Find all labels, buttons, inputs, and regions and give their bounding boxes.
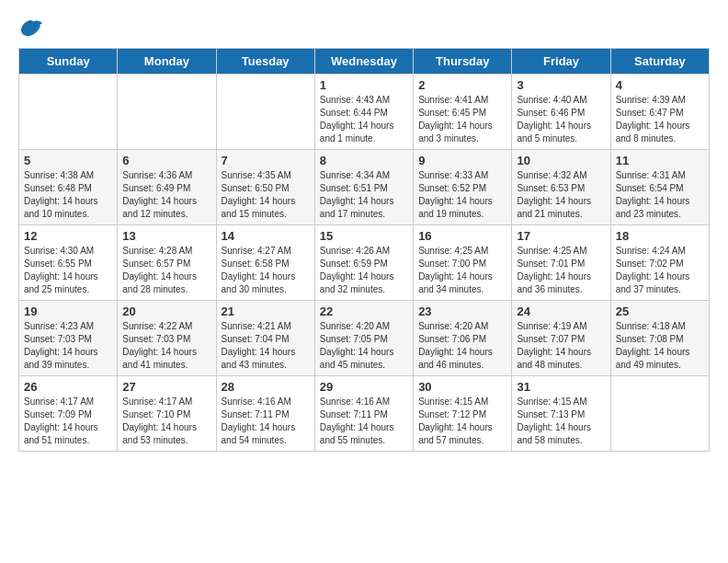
- day-number: 28: [222, 380, 310, 394]
- day-number: 23: [418, 304, 506, 318]
- day-info: Sunrise: 4:19 AM Sunset: 7:07 PM Dayligh…: [517, 320, 605, 372]
- day-info: Sunrise: 4:18 AM Sunset: 7:08 PM Dayligh…: [616, 320, 704, 372]
- calendar-cell: 13Sunrise: 4:28 AM Sunset: 6:57 PM Dayli…: [118, 225, 216, 301]
- logo: [18, 18, 48, 39]
- day-number: 25: [616, 304, 704, 318]
- day-info: Sunrise: 4:31 AM Sunset: 6:54 PM Dayligh…: [616, 169, 704, 221]
- day-number: 6: [122, 154, 210, 167]
- calendar-cell: 31Sunrise: 4:15 AM Sunset: 7:13 PM Dayli…: [512, 376, 610, 452]
- day-info: Sunrise: 4:20 AM Sunset: 7:06 PM Dayligh…: [418, 320, 506, 372]
- day-of-week-header: Sunday: [19, 49, 118, 75]
- day-number: 29: [320, 380, 408, 394]
- day-number: 8: [320, 154, 408, 167]
- calendar-week-row: 12Sunrise: 4:30 AM Sunset: 6:55 PM Dayli…: [19, 225, 710, 301]
- day-number: 21: [222, 304, 310, 318]
- calendar-cell: 30Sunrise: 4:15 AM Sunset: 7:12 PM Dayli…: [414, 376, 512, 452]
- day-number: 1: [320, 78, 408, 92]
- day-info: Sunrise: 4:26 AM Sunset: 6:59 PM Dayligh…: [320, 245, 408, 296]
- calendar-cell: 11Sunrise: 4:31 AM Sunset: 6:54 PM Dayli…: [610, 150, 709, 225]
- day-info: Sunrise: 4:17 AM Sunset: 7:10 PM Dayligh…: [122, 396, 210, 447]
- calendar-cell: 17Sunrise: 4:25 AM Sunset: 7:01 PM Dayli…: [512, 225, 610, 301]
- day-number: 24: [517, 304, 605, 318]
- day-of-week-header: Tuesday: [216, 49, 314, 75]
- day-info: Sunrise: 4:25 AM Sunset: 7:00 PM Dayligh…: [418, 245, 506, 296]
- day-number: 10: [517, 154, 605, 167]
- day-number: 26: [24, 380, 112, 394]
- calendar-cell: 9Sunrise: 4:33 AM Sunset: 6:52 PM Daylig…: [414, 150, 512, 225]
- calendar-cell: [216, 75, 314, 150]
- day-number: 31: [517, 380, 605, 394]
- calendar-cell: 23Sunrise: 4:20 AM Sunset: 7:06 PM Dayli…: [414, 301, 512, 376]
- calendar-cell: 7Sunrise: 4:35 AM Sunset: 6:50 PM Daylig…: [216, 150, 314, 225]
- day-number: 7: [222, 154, 310, 167]
- calendar-cell: 15Sunrise: 4:26 AM Sunset: 6:59 PM Dayli…: [314, 225, 413, 301]
- day-of-week-header: Thursday: [414, 49, 512, 75]
- day-number: 19: [24, 304, 112, 318]
- day-info: Sunrise: 4:28 AM Sunset: 6:57 PM Dayligh…: [122, 245, 210, 296]
- day-info: Sunrise: 4:25 AM Sunset: 7:01 PM Dayligh…: [517, 245, 605, 296]
- day-info: Sunrise: 4:27 AM Sunset: 6:58 PM Dayligh…: [222, 245, 310, 296]
- day-info: Sunrise: 4:32 AM Sunset: 6:53 PM Dayligh…: [517, 169, 605, 221]
- day-number: 16: [418, 229, 506, 243]
- calendar-cell: 14Sunrise: 4:27 AM Sunset: 6:58 PM Dayli…: [216, 225, 314, 301]
- day-number: 17: [517, 229, 605, 243]
- logo-bird-icon: [18, 18, 44, 39]
- day-number: 14: [222, 229, 310, 243]
- day-info: Sunrise: 4:15 AM Sunset: 7:12 PM Dayligh…: [418, 396, 506, 447]
- calendar-cell: 16Sunrise: 4:25 AM Sunset: 7:00 PM Dayli…: [414, 225, 512, 301]
- calendar-cell: 8Sunrise: 4:34 AM Sunset: 6:51 PM Daylig…: [314, 150, 413, 225]
- day-number: 4: [616, 78, 704, 92]
- calendar-cell: 6Sunrise: 4:36 AM Sunset: 6:49 PM Daylig…: [118, 150, 216, 225]
- day-info: Sunrise: 4:43 AM Sunset: 6:44 PM Dayligh…: [320, 94, 408, 145]
- day-info: Sunrise: 4:35 AM Sunset: 6:50 PM Dayligh…: [222, 169, 310, 221]
- calendar-cell: 3Sunrise: 4:40 AM Sunset: 6:46 PM Daylig…: [512, 75, 610, 150]
- day-info: Sunrise: 4:36 AM Sunset: 6:49 PM Dayligh…: [122, 169, 210, 221]
- calendar-cell: 19Sunrise: 4:23 AM Sunset: 7:03 PM Dayli…: [19, 301, 118, 376]
- calendar-cell: 24Sunrise: 4:19 AM Sunset: 7:07 PM Dayli…: [512, 301, 610, 376]
- page-header: [18, 18, 710, 39]
- day-of-week-header: Wednesday: [314, 49, 413, 75]
- calendar-cell: 25Sunrise: 4:18 AM Sunset: 7:08 PM Dayli…: [610, 301, 709, 376]
- day-number: 15: [320, 229, 408, 243]
- day-number: 18: [616, 229, 704, 243]
- calendar-cell: [19, 75, 118, 150]
- day-info: Sunrise: 4:38 AM Sunset: 6:48 PM Dayligh…: [24, 169, 112, 221]
- calendar-cell: 12Sunrise: 4:30 AM Sunset: 6:55 PM Dayli…: [19, 225, 118, 301]
- calendar-cell: 22Sunrise: 4:20 AM Sunset: 7:05 PM Dayli…: [314, 301, 413, 376]
- day-of-week-header: Monday: [118, 49, 216, 75]
- day-of-week-header: Friday: [512, 49, 610, 75]
- day-number: 9: [418, 154, 506, 167]
- day-number: 12: [24, 229, 112, 243]
- day-info: Sunrise: 4:16 AM Sunset: 7:11 PM Dayligh…: [320, 396, 408, 447]
- day-info: Sunrise: 4:30 AM Sunset: 6:55 PM Dayligh…: [24, 245, 112, 296]
- day-info: Sunrise: 4:39 AM Sunset: 6:47 PM Dayligh…: [616, 94, 704, 145]
- calendar-cell: 18Sunrise: 4:24 AM Sunset: 7:02 PM Dayli…: [610, 225, 709, 301]
- calendar-cell: 1Sunrise: 4:43 AM Sunset: 6:44 PM Daylig…: [314, 75, 413, 150]
- calendar-cell: 26Sunrise: 4:17 AM Sunset: 7:09 PM Dayli…: [19, 376, 118, 452]
- day-info: Sunrise: 4:33 AM Sunset: 6:52 PM Dayligh…: [418, 169, 506, 221]
- calendar-cell: 5Sunrise: 4:38 AM Sunset: 6:48 PM Daylig…: [19, 150, 118, 225]
- calendar-table: SundayMondayTuesdayWednesdayThursdayFrid…: [18, 48, 710, 452]
- day-number: 5: [24, 154, 112, 167]
- day-info: Sunrise: 4:24 AM Sunset: 7:02 PM Dayligh…: [616, 245, 704, 296]
- calendar-cell: 27Sunrise: 4:17 AM Sunset: 7:10 PM Dayli…: [118, 376, 216, 452]
- calendar-cell: [610, 376, 709, 452]
- day-info: Sunrise: 4:21 AM Sunset: 7:04 PM Dayligh…: [222, 320, 310, 372]
- calendar-cell: [118, 75, 216, 150]
- day-info: Sunrise: 4:40 AM Sunset: 6:46 PM Dayligh…: [517, 94, 605, 145]
- calendar-cell: 10Sunrise: 4:32 AM Sunset: 6:53 PM Dayli…: [512, 150, 610, 225]
- day-info: Sunrise: 4:22 AM Sunset: 7:03 PM Dayligh…: [122, 320, 210, 372]
- calendar-cell: 20Sunrise: 4:22 AM Sunset: 7:03 PM Dayli…: [118, 301, 216, 376]
- calendar-week-row: 5Sunrise: 4:38 AM Sunset: 6:48 PM Daylig…: [19, 150, 710, 225]
- calendar-cell: 21Sunrise: 4:21 AM Sunset: 7:04 PM Dayli…: [216, 301, 314, 376]
- day-number: 27: [122, 380, 210, 394]
- calendar-cell: 4Sunrise: 4:39 AM Sunset: 6:47 PM Daylig…: [610, 75, 709, 150]
- day-info: Sunrise: 4:16 AM Sunset: 7:11 PM Dayligh…: [222, 396, 310, 447]
- day-number: 11: [616, 154, 704, 167]
- day-info: Sunrise: 4:41 AM Sunset: 6:45 PM Dayligh…: [418, 94, 506, 145]
- day-number: 2: [418, 78, 506, 92]
- calendar-cell: 29Sunrise: 4:16 AM Sunset: 7:11 PM Dayli…: [314, 376, 413, 452]
- day-info: Sunrise: 4:20 AM Sunset: 7:05 PM Dayligh…: [320, 320, 408, 372]
- calendar-cell: 28Sunrise: 4:16 AM Sunset: 7:11 PM Dayli…: [216, 376, 314, 452]
- calendar-cell: 2Sunrise: 4:41 AM Sunset: 6:45 PM Daylig…: [414, 75, 512, 150]
